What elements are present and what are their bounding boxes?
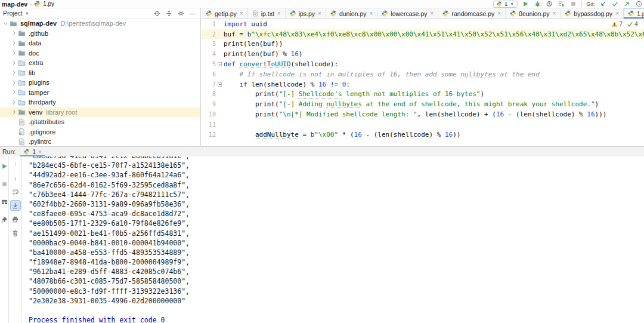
- fold-marker[interactable]: [216, 82, 224, 87]
- code-text: buf = b"\xfc\x48\x83\xe4\xf0\xe8\xc8\x00…: [224, 30, 644, 38]
- code-line: 5def convertToUUID(shellcode):: [202, 59, 644, 69]
- chevron-down-icon[interactable]: ▼: [25, 11, 29, 16]
- close-icon[interactable]: ×: [552, 10, 556, 17]
- chevron-down-icon[interactable]: [2, 21, 9, 26]
- editor-tab[interactable]: bypassdog.py×: [561, 8, 624, 19]
- editor-tab[interactable]: dunion.py×: [326, 8, 377, 19]
- tab-label: lowercase.py: [391, 10, 427, 17]
- debug-button[interactable]: [534, 1, 541, 8]
- tree-item[interactable]: extra: [0, 58, 200, 68]
- chevron-right-icon[interactable]: [10, 41, 17, 46]
- line-number: 10: [202, 111, 216, 118]
- stop-button[interactable]: [569, 1, 577, 8]
- chevron-right-icon[interactable]: [10, 109, 17, 115]
- close-icon[interactable]: ×: [615, 10, 619, 17]
- chevron-right-icon[interactable]: [10, 30, 17, 36]
- tree-item[interactable]: venvlibrary root: [0, 107, 200, 118]
- editor-tab-active[interactable]: 1.py×: [624, 8, 644, 19]
- chevron-right-icon[interactable]: [10, 100, 17, 105]
- tree-item-label: .github: [29, 30, 48, 37]
- close-icon[interactable]: ×: [369, 10, 373, 17]
- run-configuration-select[interactable]: 1 ▼: [493, 1, 518, 8]
- soft-wrap-icon[interactable]: [11, 187, 20, 196]
- chevron-right-icon[interactable]: [10, 80, 17, 85]
- tree-item[interactable]: doc: [0, 48, 200, 59]
- editor-tab[interactable]: ips.py×: [286, 8, 326, 19]
- title-bar: map-dev › 1.py 1 ▼ Git:: [0, 0, 644, 8]
- close-icon[interactable]: ×: [277, 10, 281, 17]
- settings-gear-icon[interactable]: [178, 10, 184, 17]
- tree-item[interactable]: lib: [0, 68, 200, 78]
- tree-item[interactable]: data: [0, 38, 200, 48]
- run-with-coverage-button[interactable]: [558, 1, 565, 8]
- console-output[interactable]: "eaeae758-41e8-8941-2c12-b8abccb91a1c","…: [29, 156, 644, 323]
- tree-item-label: .pylintrc: [29, 138, 51, 145]
- breadcrumb-file[interactable]: 1.py: [43, 1, 54, 7]
- close-icon[interactable]: ×: [38, 149, 42, 155]
- project-header-label[interactable]: Project: [3, 10, 23, 17]
- editor-tab[interactable]: randomcase.py×: [438, 8, 506, 19]
- run-tab[interactable]: 1 ×: [20, 147, 45, 156]
- console-line: "0000bac9-0040-b841-0010-000041b94000",: [29, 239, 644, 248]
- console-line: "48078b66-c301-c085-75d7-585858480500",: [29, 277, 644, 287]
- stop-button[interactable]: [0, 179, 9, 189]
- close-icon[interactable]: ×: [318, 10, 321, 17]
- tree-item-label: thirdparty: [29, 99, 56, 106]
- line-number: 11: [202, 121, 216, 128]
- close-icon[interactable]: ×: [240, 10, 243, 17]
- code-editor[interactable]: 7 4 1import uuid2buf = b"\xfc\x48\x83\xe…: [202, 19, 644, 147]
- collapse-all-icon[interactable]: [166, 10, 172, 17]
- tree-item[interactable]: .github: [0, 29, 200, 39]
- run-label: Run:: [0, 148, 20, 155]
- close-icon[interactable]: ×: [431, 10, 434, 17]
- clear-console-icon[interactable]: [11, 228, 20, 238]
- folder2-icon: [17, 88, 26, 96]
- line-number: 7: [202, 81, 216, 88]
- hide-panel-icon[interactable]: —: [190, 10, 196, 17]
- tree-item[interactable]: .pylintrc: [0, 137, 200, 147]
- git-commit-button[interactable]: [611, 1, 619, 8]
- run-configuration-name: 1: [504, 1, 507, 7]
- locate-file-icon[interactable]: [154, 10, 160, 17]
- up-stacktrace-icon[interactable]: ↑: [11, 159, 20, 169]
- code-line: 8 print("[-] Shellcode's length not mult…: [202, 90, 644, 100]
- toolbar-divider: [581, 1, 582, 7]
- code-text: print("[-] Shellcode's length not multip…: [224, 90, 484, 98]
- editor-tab[interactable]: lowercase.py×: [377, 8, 438, 19]
- editor-tab[interactable]: ip.txt×: [248, 8, 286, 19]
- editor-tab[interactable]: getip.py×: [202, 8, 248, 19]
- restore-layout-icon[interactable]: [0, 197, 9, 207]
- chevron-right-icon[interactable]: [10, 60, 17, 66]
- line-number: 9: [202, 101, 216, 107]
- down-stacktrace-icon[interactable]: ↓: [11, 173, 20, 183]
- chevron-right-icon[interactable]: [10, 90, 17, 95]
- code-line: 11: [202, 119, 644, 130]
- tree-item[interactable]: sqlmap-devD:\pentest\sqlmap-dev: [0, 19, 200, 29]
- line-number: 4: [202, 51, 216, 57]
- process-finished-line: Process finished with exit code 0: [29, 316, 644, 323]
- inspections-widget[interactable]: 7 4: [611, 21, 638, 27]
- chevron-right-icon[interactable]: [10, 50, 17, 56]
- tree-item[interactable]: plugins: [0, 78, 200, 88]
- rerun-button[interactable]: [0, 161, 9, 171]
- git-update-button[interactable]: [599, 1, 607, 8]
- python-icon: [497, 1, 502, 7]
- print-icon[interactable]: [11, 214, 20, 224]
- tree-item[interactable]: .gitattributes: [0, 117, 200, 127]
- chevron-right-icon[interactable]: [10, 70, 17, 75]
- fold-marker[interactable]: [216, 62, 224, 66]
- close-icon[interactable]: ×: [497, 10, 501, 17]
- tab-label: randomcase.py: [451, 10, 494, 17]
- breadcrumb-project[interactable]: map-dev: [2, 1, 27, 8]
- code-line: 12 addNullbyte = b"\x00" * (16 - (len(sh…: [202, 130, 644, 140]
- pin-icon[interactable]: [0, 215, 9, 224]
- editor-tab[interactable]: 0eunion.py×: [506, 8, 561, 19]
- git-push-button[interactable]: [623, 1, 631, 8]
- scroll-to-end-icon[interactable]: [11, 201, 20, 210]
- tree-item[interactable]: .gitignore: [0, 127, 200, 137]
- tree-item[interactable]: thirdparty: [0, 97, 200, 107]
- run-button[interactable]: [522, 1, 530, 8]
- profile-button[interactable]: [546, 1, 553, 8]
- recent-history-icon[interactable]: [635, 1, 643, 8]
- tree-item[interactable]: tamper: [0, 88, 200, 98]
